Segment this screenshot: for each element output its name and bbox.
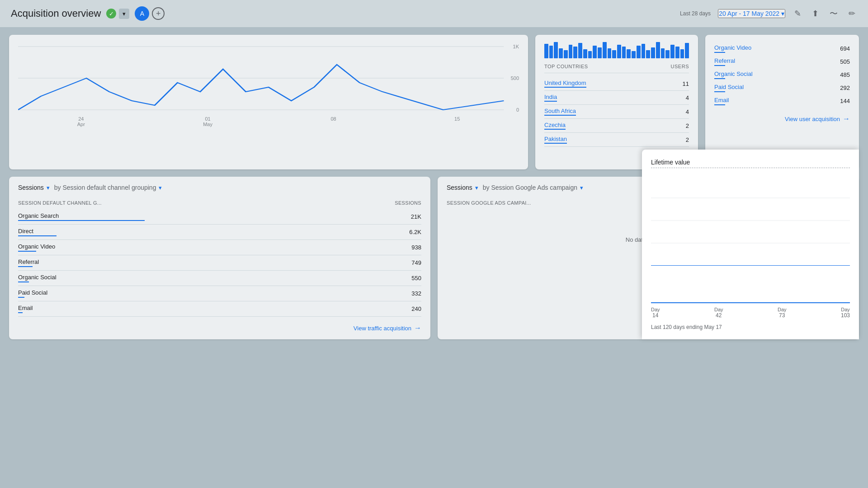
acq-label[interactable]: Organic Social: [714, 70, 753, 77]
channel-dropdown-1[interactable]: ▾: [159, 184, 162, 191]
mini-bar: [612, 50, 616, 58]
session-label-wrapper: Referral: [18, 258, 39, 267]
by-label-2: by Session Google Ads campaign: [481, 184, 577, 191]
country-label[interactable]: United Kingdom: [544, 80, 586, 88]
x-label-day-text: Day: [841, 307, 850, 312]
chart-y-labels: 1K 500 0: [511, 42, 519, 114]
acq-label-wrapper: Email: [714, 97, 729, 105]
lifetime-chart-svg: [651, 175, 850, 266]
mini-bar: [544, 44, 548, 58]
lifetime-value-card: Lifetime value Day 14 Day 42 Day 73 Day …: [642, 150, 859, 339]
session-bar: [18, 266, 33, 267]
mini-bar: [598, 47, 602, 58]
x-label-01may: 01 May: [203, 116, 212, 127]
channel-dropdown-2[interactable]: ▾: [580, 184, 583, 191]
session-label-wrapper: Direct: [18, 228, 57, 236]
session-value: 21K: [411, 213, 421, 220]
lifetime-x-label: Day 103: [841, 307, 850, 319]
session-value: 332: [411, 290, 421, 297]
country-label[interactable]: Pakistan: [544, 136, 567, 144]
mini-bar: [559, 48, 563, 58]
acq-underline: [714, 78, 725, 79]
bottom-cards-row: Sessions ▾ by Session default channel gr…: [9, 177, 859, 339]
acq-underline: [714, 91, 725, 92]
x-label-num-text: 73: [778, 312, 787, 319]
mini-bar: [603, 42, 607, 58]
session-channel-row: Paid Social 332: [18, 286, 421, 301]
country-users: 4: [686, 108, 689, 115]
countries-section-header: TOP COUNTRIES USERS: [544, 64, 689, 73]
mini-bar: [685, 43, 689, 58]
lifetime-x-label: Day 14: [651, 307, 660, 319]
acq-label-wrapper: Organic Video: [714, 44, 751, 53]
x-label-day-text: Day: [651, 307, 660, 312]
mini-bar: [646, 50, 650, 58]
pencil-icon-button[interactable]: ✏: [847, 7, 857, 20]
analytics-icon-button[interactable]: 〜: [828, 6, 840, 21]
acq-value: 505: [840, 58, 850, 65]
x-label-num-text: 103: [841, 312, 850, 319]
mini-bar-chart: [544, 42, 689, 58]
acq-label[interactable]: Organic Video: [714, 44, 751, 51]
acq-label[interactable]: Email: [714, 97, 729, 103]
header-right: Last 28 days 20 Apr - 17 May 2022 ▾ ✎ ⬆ …: [680, 6, 857, 21]
share-icon-button[interactable]: ⬆: [810, 7, 821, 20]
header-badge: ✓ ▾: [106, 9, 129, 19]
lifetime-title: Lifetime value: [651, 159, 850, 168]
mini-bar: [632, 51, 636, 58]
chart-x-labels: 24 Apr 01 May 08 15: [18, 116, 519, 127]
acq-underline: [714, 52, 725, 53]
mini-bar: [651, 47, 655, 58]
sessions-channel-rows: Organic Search 21K Direct 6.2K Organic V…: [18, 209, 421, 317]
acq-label[interactable]: Referral: [714, 57, 735, 64]
x-label-day-text: Day: [714, 307, 723, 312]
acq-value: 485: [840, 71, 850, 78]
view-user-acquisition-link[interactable]: View user acquisition →: [714, 115, 850, 123]
country-label[interactable]: India: [544, 94, 557, 102]
mini-bar: [578, 43, 582, 58]
sessions-dropdown-2[interactable]: ▾: [475, 184, 478, 191]
session-label: Organic Search: [18, 212, 145, 219]
avatar-button[interactable]: A: [135, 6, 149, 21]
session-channel-row: Email 240: [18, 301, 421, 317]
acquisition-rows: Organic Video 694 Referral 505 Organic S…: [714, 42, 850, 108]
sessions-dropdown-1[interactable]: ▾: [47, 184, 50, 191]
add-button[interactable]: +: [152, 7, 165, 20]
edit-icon-button[interactable]: ✎: [793, 7, 803, 20]
main-content: 1K 500 0 24 Apr 01 May 08: [0, 28, 868, 347]
y-label-1k: 1K: [511, 44, 519, 49]
session-channel-row: Direct 6.2K: [18, 225, 421, 240]
mini-bar: [588, 51, 592, 58]
sessions-title-1: Sessions: [18, 184, 44, 191]
country-label[interactable]: South Africa: [544, 108, 576, 116]
session-label-wrapper: Paid Social: [18, 289, 47, 298]
acq-value: 694: [840, 45, 850, 52]
country-label[interactable]: Czechia: [544, 122, 566, 130]
acq-label[interactable]: Paid Social: [714, 84, 744, 90]
session-value: 550: [411, 275, 421, 282]
country-users: 2: [686, 122, 689, 129]
session-bar: [18, 220, 145, 221]
session-bar: [18, 282, 29, 282]
acq-label-wrapper: Paid Social: [714, 84, 744, 92]
date-range-button[interactable]: 20 Apr - 17 May 2022 ▾: [718, 9, 785, 18]
x-label-24apr: 24 Apr: [77, 116, 85, 127]
mini-bar: [617, 45, 621, 58]
session-channel-row: Referral 749: [18, 255, 421, 271]
session-bar: [18, 312, 23, 313]
check-icon: ✓: [106, 9, 116, 19]
by-label-1: by Session default channel grouping: [52, 184, 156, 191]
header-dropdown-btn[interactable]: ▾: [119, 9, 129, 19]
mini-bar: [665, 50, 670, 58]
country-row: United Kingdom 11: [544, 77, 689, 91]
users-col-header: USERS: [671, 64, 689, 69]
sessions-channel-header: Sessions ▾ by Session default channel gr…: [18, 184, 421, 191]
session-bar: [18, 235, 57, 236]
session-label-wrapper: Organic Social: [18, 274, 57, 282]
session-label-wrapper: Email: [18, 305, 33, 313]
sessions-channel-card: Sessions ▾ by Session default channel gr…: [9, 177, 430, 339]
view-traffic-acquisition-link[interactable]: View traffic acquisition →: [18, 324, 421, 332]
page-title: Acquisition overview: [11, 8, 101, 19]
country-row: India 4: [544, 91, 689, 105]
country-users: 4: [686, 94, 689, 101]
